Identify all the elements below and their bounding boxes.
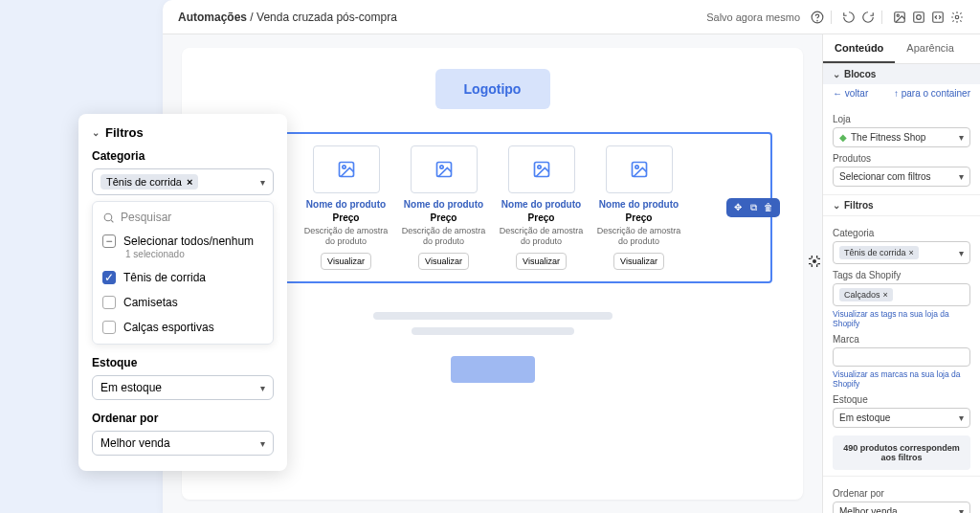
filter-popup: ⌄ Filtros Categoria Tênis de corrida× ▾ … [78, 114, 287, 471]
view-button[interactable]: Visualizar [418, 253, 469, 270]
category-option[interactable]: ✓ Tênis de corrida [93, 265, 273, 290]
svg-point-1 [817, 20, 818, 21]
save-status: Salvo agora mesmo [706, 11, 800, 23]
breadcrumb: Automações / Venda cruzada pós-compra [178, 11, 397, 24]
category-dropdown: Pesquisar − Selecionar todos/nenhum 1 se… [92, 201, 274, 345]
select-all-option[interactable]: − Selecionar todos/nenhum 1 selecionado [93, 229, 273, 265]
checkbox-icon[interactable] [102, 321, 116, 334]
svg-point-13 [537, 166, 540, 168]
move-icon[interactable]: ✥ [732, 202, 744, 213]
settings-icon[interactable] [949, 10, 965, 25]
help-icon[interactable] [810, 10, 825, 25]
image-icon[interactable] [892, 10, 907, 25]
copy-icon[interactable]: ⧉ [747, 202, 759, 213]
back-link[interactable]: ← voltar [833, 88, 868, 99]
category-chip: Tênis de corrida× [100, 174, 198, 190]
sort-select[interactable]: Melhor venda▾ [92, 431, 274, 456]
properties-panel: Conteúdo Aparência ⌄Blocos ← voltar ↑ pa… [822, 34, 980, 513]
checkbox-checked-icon[interactable]: ✓ [102, 271, 116, 284]
tags-select[interactable]: Calçados× [833, 283, 970, 306]
tag-chip: Calçados× [839, 288, 893, 301]
block-tools: ✥ ⧉ 🗑 [726, 198, 780, 217]
brand-input[interactable] [833, 347, 970, 367]
chip-remove-icon[interactable]: × [909, 248, 914, 257]
undo-icon[interactable] [841, 10, 857, 25]
placeholder-image-icon [606, 145, 673, 193]
placeholder-image-icon [411, 145, 478, 193]
stock-select[interactable]: Em estoque▾ [833, 408, 970, 428]
view-button[interactable]: Visualizar [321, 253, 371, 270]
product-row-block[interactable]: Nome do produto Preço Descrição de amost… [212, 132, 772, 283]
tab-content[interactable]: Conteúdo [823, 34, 895, 63]
checkbox-partial-icon[interactable]: − [102, 234, 116, 248]
view-button[interactable]: Visualizar [516, 253, 567, 270]
sort-select[interactable]: Melhor venda▾ [833, 502, 970, 513]
products-select[interactable]: Selecionar com filtros▾ [833, 167, 970, 187]
to-container-link[interactable]: ↑ para o container [894, 88, 970, 99]
store-select[interactable]: ◆The Fitness Shop ▾ [833, 127, 970, 147]
brands-store-link[interactable]: Visualizar as marcas na sua loja da Shop… [833, 369, 970, 389]
editor-header: Automações / Venda cruzada pós-compra Sa… [163, 0, 980, 34]
search-icon [102, 212, 115, 224]
svg-point-7 [955, 15, 959, 19]
chip-remove-icon[interactable]: × [187, 176, 192, 188]
search-input[interactable]: Pesquisar [93, 206, 273, 229]
svg-rect-4 [914, 11, 924, 22]
filters-section[interactable]: ⌄Filtros [823, 194, 980, 216]
chip-remove-icon[interactable]: × [883, 290, 888, 300]
svg-point-15 [635, 166, 637, 168]
filter-popup-header[interactable]: ⌄ Filtros [92, 125, 274, 140]
svg-point-9 [342, 166, 345, 168]
view-button[interactable]: Visualizar [613, 253, 664, 270]
tags-store-link[interactable]: Visualizar as tags na sua loja da Shopif… [833, 309, 970, 328]
store-label: Loja [833, 114, 970, 124]
product-card: Nome do produto Preço Descrição de amost… [400, 145, 488, 270]
redo-icon[interactable] [860, 10, 876, 25]
logo-block[interactable]: Logotipo [435, 69, 550, 109]
svg-point-11 [439, 166, 442, 168]
delete-icon[interactable]: 🗑 [763, 202, 774, 213]
button-placeholder [451, 356, 535, 383]
blocks-section[interactable]: ⌄Blocos [823, 64, 980, 84]
category-select[interactable]: Tênis de corrida× ▾ [833, 241, 970, 264]
svg-point-3 [897, 14, 899, 16]
category-option[interactable]: Calças esportivas [93, 315, 273, 340]
category-chip: Tênis de corrida× [839, 246, 919, 259]
stock-select[interactable]: Em estoque▾ [92, 375, 274, 400]
text-placeholder [373, 312, 612, 335]
product-card: Nome do produto Preço Descrição de amost… [498, 145, 586, 270]
product-card: Nome do produto Preço Descrição de amost… [302, 145, 390, 270]
category-select[interactable]: Tênis de corrida× ▾ [92, 168, 274, 195]
chevron-down-icon: ⌄ [92, 127, 100, 138]
code-icon[interactable] [930, 10, 946, 25]
placeholder-image-icon [313, 145, 380, 193]
placeholder-image-icon [508, 145, 575, 193]
checkbox-icon[interactable] [102, 296, 116, 309]
match-count-box: 490 produtos correspondem aos filtros [833, 435, 970, 470]
svg-point-5 [917, 14, 922, 19]
products-label: Produtos [833, 153, 970, 164]
preview-icon[interactable] [911, 10, 926, 25]
tab-appearance[interactable]: Aparência [895, 34, 966, 63]
category-option[interactable]: Camisetas [93, 290, 273, 315]
svg-point-16 [104, 213, 112, 221]
product-card: Nome do produto Preço Descrição de amost… [595, 145, 683, 270]
